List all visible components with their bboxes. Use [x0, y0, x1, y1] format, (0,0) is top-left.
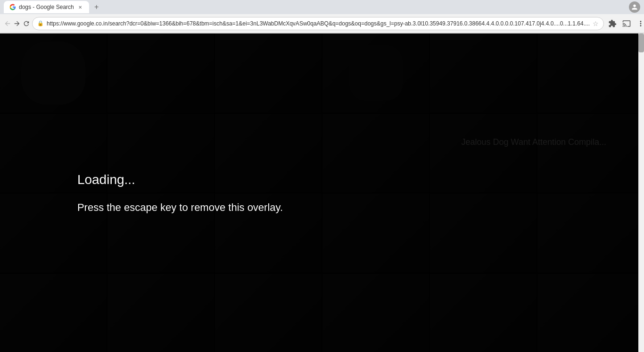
loading-overlay: Loading... Press the escape key to remov…: [0, 34, 644, 352]
browser-chrome: dogs - Google Search ✕ +: [0, 0, 644, 34]
scrollbar[interactable]: [638, 34, 644, 352]
title-bar-left: dogs - Google Search ✕ +: [4, 1, 102, 13]
nav-right-buttons: [606, 17, 644, 30]
tab-title: dogs - Google Search: [19, 4, 74, 10]
lock-icon: 🔒: [37, 20, 44, 26]
page-content: Jealous Dog Want Attention Compila... Lo…: [0, 34, 644, 352]
refresh-button[interactable]: [23, 17, 30, 30]
tab-close-button[interactable]: ✕: [77, 4, 83, 10]
title-bar-right: [629, 1, 640, 13]
extensions-button[interactable]: [606, 17, 619, 30]
forward-button[interactable]: [13, 17, 21, 30]
address-bar[interactable]: 🔒 https://www.google.co.in/search?dcr=0&…: [32, 17, 604, 30]
back-button[interactable]: [4, 17, 11, 30]
escape-hint-text: Press the escape key to remove this over…: [77, 201, 283, 214]
loading-text: Loading...: [77, 172, 135, 187]
title-bar: dogs - Google Search ✕ +: [0, 0, 644, 14]
scrollbar-thumb[interactable]: [638, 34, 644, 52]
user-avatar: [629, 1, 640, 13]
browser-tab[interactable]: dogs - Google Search ✕: [4, 1, 89, 13]
bookmark-icon[interactable]: ☆: [593, 20, 599, 27]
menu-button[interactable]: [634, 17, 644, 30]
url-text: https://www.google.co.in/search?dcr=0&bi…: [47, 20, 590, 27]
new-tab-button[interactable]: +: [91, 1, 102, 13]
nav-bar: 🔒 https://www.google.co.in/search?dcr=0&…: [0, 14, 644, 33]
cast-button[interactable]: [620, 17, 633, 30]
google-favicon: [9, 4, 16, 10]
